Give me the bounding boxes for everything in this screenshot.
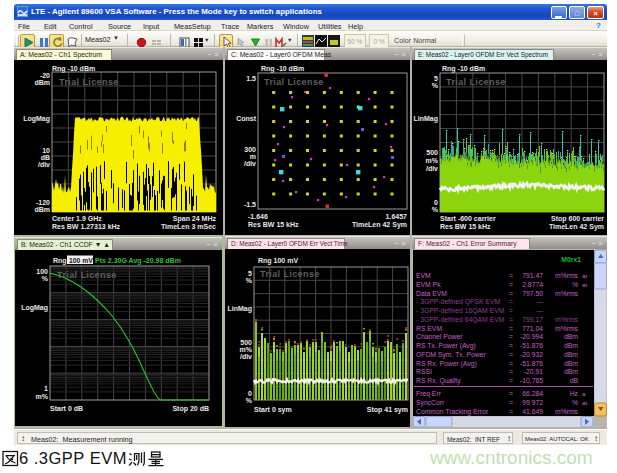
svg-text:—: — [536, 298, 543, 305]
svg-text:-1.5: -1.5 [244, 201, 256, 208]
svg-text:5: 5 [248, 270, 252, 277]
svg-text:Rng 100 mV: Rng 100 mV [258, 257, 298, 265]
svg-text:- 3GPP-defined 16QAM EVM: - 3GPP-defined 16QAM EVM [416, 307, 505, 315]
svg-text:dB: dB [570, 377, 579, 384]
svg-text:m%rms: m%rms [555, 272, 579, 279]
svg-text:=: = [509, 377, 513, 384]
svg-text:5: 5 [434, 75, 438, 82]
svg-text:m%rms: m%rms [555, 325, 579, 332]
svg-text:%: % [42, 275, 49, 282]
svg-text:-20.932: -20.932 [520, 351, 543, 358]
svg-text:=: = [509, 390, 513, 397]
svg-text:%: % [432, 82, 439, 89]
svg-text:m%rms: m%rms [555, 290, 579, 297]
svg-text:=: = [509, 360, 513, 367]
svg-text:=: = [509, 272, 513, 279]
svg-text:41.649: 41.649 [522, 408, 543, 415]
svg-text:66.284: 66.284 [522, 390, 543, 397]
svg-text:=: = [509, 298, 513, 305]
svg-text:dBm: dBm [564, 333, 578, 340]
svg-text:OFDM Sym. Tx. Power: OFDM Sym. Tx. Power [416, 351, 486, 359]
svg-text:- 3GPP-defined QPSK EVM: - 3GPP-defined QPSK EVM [416, 298, 501, 306]
svg-text:EVM: EVM [416, 272, 431, 279]
svg-text:-10.765: -10.765 [520, 377, 543, 384]
svg-text:Trial License: Trial License [264, 77, 324, 87]
svg-text:Channel Power: Channel Power [416, 333, 463, 340]
svg-text:TimeLen 42 Sym: TimeLen 42 Sym [352, 221, 407, 229]
svg-text:500: 500 [240, 339, 252, 346]
svg-text:Start 0 sym: Start 0 sym [254, 406, 292, 414]
svg-text:771.04: 771.04 [522, 325, 543, 332]
svg-text:LogMag: LogMag [23, 115, 50, 123]
svg-text:Rng: Rng [53, 257, 67, 265]
svg-text:=: = [509, 325, 513, 332]
svg-text:-20: -20 [40, 72, 50, 79]
svg-text:100: 100 [36, 268, 48, 275]
svg-text:m: m [250, 153, 256, 160]
svg-text:Res BW 15 kHz: Res BW 15 kHz [440, 223, 491, 230]
svg-text:Res BW 15 kHz: Res BW 15 kHz [248, 221, 299, 228]
svg-text:/div: /div [244, 160, 256, 167]
svg-text:=: = [509, 342, 513, 349]
svg-text:RS Rx. Quality: RS Rx. Quality [416, 377, 461, 385]
svg-text:dB: dB [41, 154, 50, 161]
svg-text:%: % [246, 397, 253, 404]
svg-text:1.5: 1.5 [246, 75, 256, 82]
svg-text:LinMag: LinMag [414, 115, 439, 123]
svg-text:TimeLen 42 Sym: TimeLen 42 Sym [549, 223, 604, 231]
svg-text:%: % [572, 281, 578, 288]
svg-text:Rng -10 dBm: Rng -10 dBm [442, 65, 485, 73]
svg-text:m%: m% [240, 346, 253, 353]
svg-text:dBm: dBm [564, 342, 578, 349]
svg-text:%: % [432, 206, 439, 213]
svg-text:RS EVM: RS EVM [416, 325, 442, 332]
svg-text:dBm: dBm [564, 368, 578, 375]
svg-text:Trial License: Trial License [59, 77, 119, 87]
svg-text:%: % [246, 277, 253, 284]
svg-text:=: = [509, 399, 513, 406]
svg-text:0: 0 [434, 199, 438, 206]
svg-text:2.8774: 2.8774 [522, 281, 543, 288]
svg-text:500: 500 [426, 149, 438, 156]
svg-text:300: 300 [244, 146, 256, 153]
svg-text:-120: -120 [36, 199, 50, 206]
svg-text:dBm: dBm [34, 206, 50, 213]
svg-text:LogMag: LogMag [21, 304, 48, 312]
svg-text:m%: m% [426, 157, 439, 164]
svg-text:791.47: 791.47 [522, 272, 543, 279]
svg-text:=: = [509, 290, 513, 297]
svg-text:1: 1 [44, 385, 48, 392]
svg-text:=: = [509, 333, 513, 340]
svg-text:-51.876: -51.876 [520, 342, 543, 349]
svg-text:=: = [509, 307, 513, 314]
svg-text:a: a [582, 390, 586, 397]
svg-text:m%rms: m%rms [555, 316, 579, 323]
svg-text:M0rx1: M0rx1 [561, 256, 581, 263]
svg-text:Freq Err: Freq Err [416, 390, 442, 398]
svg-text:TimeLen 3 mSec: TimeLen 3 mSec [161, 223, 216, 230]
svg-text:Common Tracking Error: Common Tracking Error [416, 408, 489, 416]
svg-text:99.972: 99.972 [522, 399, 543, 406]
svg-text:at: at [582, 399, 587, 406]
svg-text:%: % [572, 399, 578, 406]
svg-text:/div: /div [240, 353, 252, 360]
svg-text:-20.994: -20.994 [520, 333, 543, 340]
svg-text:m%rms: m%rms [555, 408, 579, 415]
svg-text:Start -600 carrier: Start -600 carrier [440, 215, 496, 222]
svg-text:at: at [582, 281, 587, 288]
svg-text:SyncCorr: SyncCorr [416, 399, 445, 407]
svg-text:-1.646: -1.646 [248, 213, 268, 220]
svg-text:=: = [509, 408, 513, 415]
svg-text:RSSI: RSSI [416, 368, 432, 375]
svg-text:Stop 600 carrier: Stop 600 carrier [551, 215, 604, 223]
svg-text:RS Rx. Power (Avg): RS Rx. Power (Avg) [416, 360, 477, 368]
svg-text:Start 0 dB: Start 0 dB [50, 405, 83, 412]
svg-text:Hz: Hz [570, 390, 579, 397]
svg-text:—: — [536, 307, 543, 314]
svg-text:Center 1.9 GHz: Center 1.9 GHz [52, 215, 102, 222]
svg-text:-51.876: -51.876 [520, 360, 543, 367]
svg-text:0: 0 [248, 390, 252, 397]
svg-text:Span 24 MHz: Span 24 MHz [173, 215, 217, 223]
svg-text:dBm: dBm [564, 360, 578, 367]
svg-text:Data EVM: Data EVM [416, 290, 447, 297]
